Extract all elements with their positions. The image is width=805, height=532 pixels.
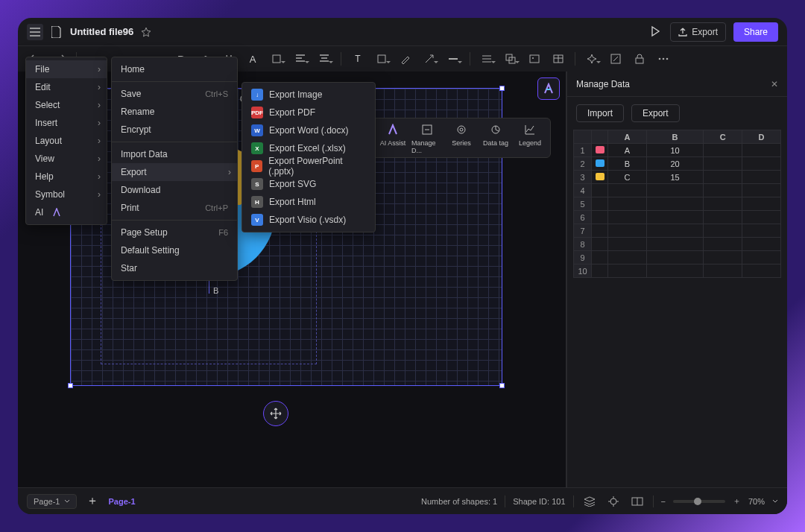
export-label: Export [692,27,718,37]
menu-item-export-visio-vsdx-[interactable]: VExport Visio (.vsdx) [242,211,375,229]
star-icon[interactable] [141,27,151,37]
layers-icon[interactable] [500,49,521,69]
svg-point-16 [610,498,616,504]
table-row[interactable]: 4 [574,184,781,197]
pages-icon[interactable] [629,493,645,510]
ai-sparkle-icon[interactable] [581,49,602,69]
document-icon [51,26,63,38]
resize-handle[interactable] [499,383,505,388]
chart-tool-ai-assist[interactable]: AI Assist [377,121,408,154]
chart-tool-series[interactable]: Series [446,121,477,154]
highlight-icon[interactable] [266,49,287,69]
table-row[interactable]: 1A10 [574,144,781,157]
more-icon[interactable] [653,49,674,69]
move-handle-icon[interactable] [263,401,288,426]
align-icon[interactable] [290,49,311,69]
resize-handle[interactable] [68,383,73,388]
menu-item-export-svg[interactable]: SExport SVG [242,175,375,193]
layers-panel-icon[interactable] [581,493,598,510]
chart-tool-manage-d-[interactable]: Manage D... [411,121,443,154]
table-row[interactable]: 7 [574,224,781,238]
brush-icon[interactable] [395,49,416,69]
chart-tool-data-tag[interactable]: Data tag [480,121,511,154]
svg-rect-0 [273,55,280,63]
menu-item-import-data[interactable]: Import Data [112,145,237,163]
menu-item-print[interactable]: PrintCtrl+P [112,199,237,217]
chart-tool-legend[interactable]: Legend [514,121,546,154]
zoom-slider[interactable] [673,500,725,503]
menu-item-home[interactable]: Home [112,60,237,78]
main-menu-button[interactable] [27,24,43,40]
main-menu[interactable]: FileEditSelectInsertLayoutViewHelpSymbol… [25,57,107,225]
menu-item-export-image[interactable]: ↓Export Image [242,86,375,104]
document-title[interactable]: Untitled file96 [70,26,133,37]
menu-item-symbol[interactable]: Symbol [26,186,107,203]
table-row[interactable]: 6 [574,211,781,224]
shape-tool-icon[interactable] [371,49,392,69]
menu-item-default-setting[interactable]: Default Setting [112,241,237,259]
export-button[interactable]: Export [670,22,726,42]
arrange-icon[interactable] [476,49,497,69]
chevron-down-icon[interactable] [772,499,778,504]
table-row[interactable]: 10 [574,265,781,278]
export-data-button[interactable]: Export [631,104,680,122]
font-color-icon[interactable]: A [242,49,263,69]
table-row[interactable]: 3C15 [574,171,781,184]
menu-item-view[interactable]: View [26,150,107,168]
add-page-button[interactable]: ＋ [84,493,101,510]
zoom-out-icon[interactable]: − [661,497,666,506]
menu-item-select[interactable]: Select [26,96,107,114]
zoom-in-icon[interactable]: ＋ [733,495,741,507]
data-table[interactable]: ABCD1A102B203C1545678910 [567,130,787,278]
svg-point-14 [460,128,463,131]
ai-assistant-badge[interactable] [537,77,560,100]
menu-item-export[interactable]: Export [112,163,237,181]
menu-item-file[interactable]: File [26,60,107,78]
menu-item-rename[interactable]: Rename [112,103,237,121]
svg-rect-8 [636,58,643,63]
image-icon[interactable] [524,49,545,69]
menu-item-layout[interactable]: Layout [26,132,107,150]
menu-item-download[interactable]: Download [112,181,237,199]
app-window: Untitled file96 Export Share B I U A T [18,18,787,514]
menu-item-insert[interactable]: Insert [26,114,107,132]
share-button[interactable]: Share [733,22,778,42]
menu-item-star[interactable]: Star [112,259,237,277]
lock-icon[interactable] [629,49,650,69]
menu-item-export-powerpoint-pptx-[interactable]: PExport PowerPoint (.pptx) [242,157,375,175]
file-submenu[interactable]: HomeSaveCtrl+SRenameEncryptImport DataEx… [111,57,238,281]
panel-title: Manage Data [576,79,630,89]
menu-item-export-excel-xlsx-[interactable]: XExport Excel (.xlsx) [242,139,375,157]
shape-id: Shape ID: 101 [513,497,565,506]
close-icon[interactable]: ✕ [771,79,778,89]
table-row[interactable]: 5 [574,197,781,211]
svg-point-9 [659,58,661,60]
resize-handle[interactable] [499,86,505,91]
menu-item-encrypt[interactable]: Encrypt [112,121,237,139]
table-row[interactable]: 2B20 [574,157,781,171]
menu-item-help[interactable]: Help [26,168,107,186]
page-selector[interactable]: Page-1 [27,494,77,509]
menu-item-page-setup[interactable]: Page SetupF6 [112,224,237,241]
import-data-button[interactable]: Import [576,104,624,122]
table-icon[interactable] [548,49,569,69]
active-page-tab[interactable]: Page-1 [108,497,135,506]
table-row[interactable]: 8 [574,238,781,251]
menu-item-save[interactable]: SaveCtrl+S [112,85,237,103]
svg-point-5 [532,57,534,59]
menu-item-ai[interactable]: AI [26,203,107,221]
text-tool-icon[interactable]: T [347,49,368,69]
line-style-icon[interactable] [443,49,464,69]
focus-icon[interactable] [605,493,622,510]
menu-item-export-html[interactable]: HExport Html [242,193,375,211]
export-submenu[interactable]: ↓Export ImagePDFExport PDFWExport Word (… [242,82,376,232]
chart-context-toolbar: AI AssistManage D...SeriesData tagLegend [372,118,551,158]
menu-item-edit[interactable]: Edit [26,78,107,96]
table-row[interactable]: 9 [574,251,781,265]
valign-icon[interactable] [314,49,335,69]
menu-item-export-pdf[interactable]: PDFExport PDF [242,104,375,121]
edit-icon[interactable] [605,49,626,69]
connector-icon[interactable] [419,49,440,69]
play-icon[interactable] [649,25,663,39]
menu-item-export-word-docx-[interactable]: WExport Word (.docx) [242,121,375,139]
